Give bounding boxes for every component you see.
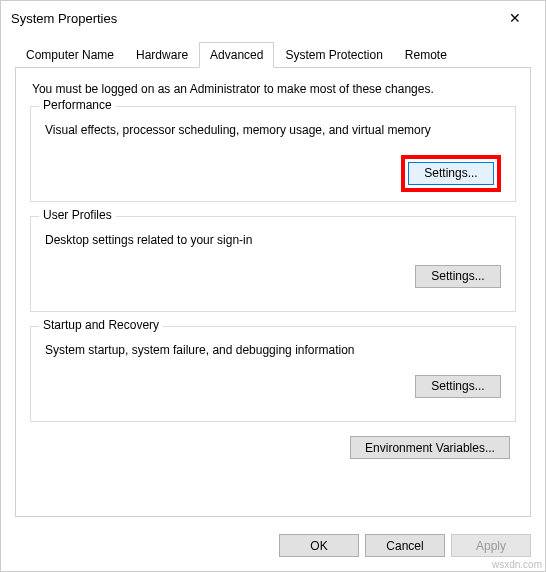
close-icon: ✕ <box>509 10 521 26</box>
dialog-footer: OK Cancel Apply <box>1 524 545 567</box>
performance-settings-highlight: Settings... <box>401 155 501 192</box>
group-startup-legend: Startup and Recovery <box>39 318 163 332</box>
environment-variables-button[interactable]: Environment Variables... <box>350 436 510 459</box>
tab-computer-name[interactable]: Computer Name <box>15 42 125 68</box>
group-performance-desc: Visual effects, processor scheduling, me… <box>45 123 505 139</box>
group-user-profiles-legend: User Profiles <box>39 208 116 222</box>
group-user-profiles-desc: Desktop settings related to your sign-in <box>45 233 505 249</box>
close-button[interactable]: ✕ <box>495 4 535 32</box>
tabs-row: Computer Name Hardware Advanced System P… <box>1 35 545 67</box>
system-properties-window: System Properties ✕ Computer Name Hardwa… <box>0 0 546 572</box>
group-performance-btn-row: Settings... <box>41 155 505 192</box>
group-startup-recovery: Startup and Recovery System startup, sys… <box>30 326 516 422</box>
group-startup-btn-row: Settings... <box>41 375 505 398</box>
ok-button[interactable]: OK <box>279 534 359 557</box>
apply-button[interactable]: Apply <box>451 534 531 557</box>
tab-panel-advanced: You must be logged on as an Administrato… <box>15 67 531 517</box>
window-title: System Properties <box>11 11 117 26</box>
env-vars-row: Environment Variables... <box>28 436 510 459</box>
tab-remote[interactable]: Remote <box>394 42 458 68</box>
tab-system-protection[interactable]: System Protection <box>274 42 393 68</box>
group-performance: Performance Visual effects, processor sc… <box>30 106 516 202</box>
admin-note: You must be logged on as an Administrato… <box>32 82 518 96</box>
group-startup-desc: System startup, system failure, and debu… <box>45 343 505 359</box>
startup-settings-button[interactable]: Settings... <box>415 375 501 398</box>
performance-settings-button[interactable]: Settings... <box>408 162 494 185</box>
tab-advanced[interactable]: Advanced <box>199 42 274 68</box>
tab-hardware[interactable]: Hardware <box>125 42 199 68</box>
titlebar: System Properties ✕ <box>1 1 545 35</box>
group-user-profiles-btn-row: Settings... <box>41 265 505 288</box>
group-performance-legend: Performance <box>39 98 116 112</box>
group-user-profiles: User Profiles Desktop settings related t… <box>30 216 516 312</box>
user-profiles-settings-button[interactable]: Settings... <box>415 265 501 288</box>
cancel-button[interactable]: Cancel <box>365 534 445 557</box>
